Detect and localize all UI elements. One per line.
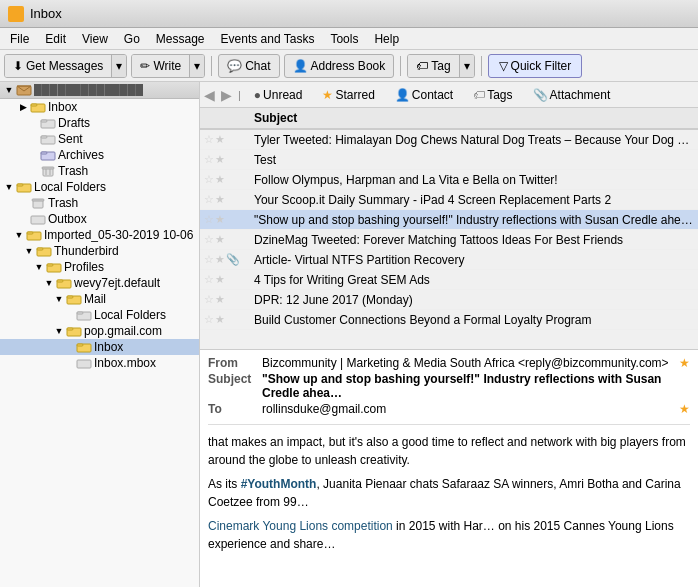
sidebar-item-sent[interactable]: ▶ Sent [0,131,199,147]
sidebar-item-imported[interactable]: ▼ Imported_05-30-2019 10-06 [0,227,199,243]
local-folders-triangle[interactable]: ▼ [4,182,14,192]
svg-rect-35 [77,360,91,368]
sidebar-wevy7ejt-label: wevy7ejt.default [74,276,160,290]
cinemark-link[interactable]: Cinemark Young Lions competition [208,519,393,533]
email-row[interactable]: ☆ ★ 📎 4 Tips for Writing Great SEM Ads [200,270,698,290]
thunderbird-triangle[interactable]: ▼ [24,246,34,256]
email-icons-8: ☆ ★ 📎 [204,273,254,286]
menu-edit[interactable]: Edit [39,30,72,48]
email-row[interactable]: ☆ ★ 📎 Test [200,150,698,170]
unread-filter-btn[interactable]: ● Unread [247,86,310,104]
email-subject-2: Test [254,153,694,167]
sidebar-item-inbox-2[interactable]: ▶ Inbox [0,339,199,355]
preview-text-3: Cinemark Young Lions competition in 2015… [208,517,690,553]
to-star-icon[interactable]: ★ [679,402,690,416]
col-subject-header: Subject [254,111,694,125]
local-folders-icon [16,181,32,193]
email-list: ☆ ★ 📎 Tyler Tweeted: Himalayan Dog Chews… [200,130,698,350]
sidebar-item-pop-gmail[interactable]: ▼ pop.gmail.com [0,323,199,339]
svg-rect-24 [47,264,53,266]
sidebar-item-inbox-mbox[interactable]: ▶ Inbox.mbox [0,355,199,371]
menu-view[interactable]: View [76,30,114,48]
app-icon [8,6,24,22]
pop-gmail-triangle[interactable]: ▼ [54,326,64,336]
back-btn[interactable]: ◀ [204,87,215,103]
sidebar-item-local-folders[interactable]: ▼ Local Folders [0,179,199,195]
flag-3: ★ [215,173,225,186]
from-value: Bizcommunity | Marketing & Media South A… [262,356,671,370]
wevy7ejt-triangle[interactable]: ▼ [44,278,54,288]
star-5[interactable]: ☆ [204,213,214,226]
contact-filter-btn[interactable]: 👤 Contact [388,86,460,104]
menu-help[interactable]: Help [368,30,405,48]
sidebar-local-folders-nested-label: Local Folders [94,308,166,322]
sidebar-item-drafts[interactable]: ▶ Drafts [0,115,199,131]
sidebar-item-local-folders-nested[interactable]: ▶ Local Folders [0,307,199,323]
svg-rect-32 [67,328,73,330]
tag-btn[interactable]: 🏷 Tag ▾ [407,54,474,78]
sidebar-item-outbox[interactable]: ▶ Outbox [0,211,199,227]
star-3[interactable]: ☆ [204,173,214,186]
sidebar-item-local-trash[interactable]: ▶ Trash [0,195,199,211]
starred-filter-btn[interactable]: ★ Starred [315,86,381,104]
sidebar-item-profiles[interactable]: ▼ Profiles [0,259,199,275]
sidebar-thunderbird-label: Thunderbird [54,244,119,258]
sidebar-item-wevy7ejt[interactable]: ▼ wevy7ejt.default [0,275,199,291]
tags-icon: 🏷 [473,88,485,102]
star-10[interactable]: ☆ [204,313,214,326]
email-row[interactable]: ☆ ★ 📎 DPR: 12 June 2017 (Monday) [200,290,698,310]
email-row[interactable]: ☆ ★ 📎 Follow Olympus, Harpman and La Vit… [200,170,698,190]
filter-icon: ▽ [499,59,508,73]
youth-month-tag: #YouthMonth [241,477,317,491]
to-value: rollinsduke@gmail.com [262,402,671,416]
menu-file[interactable]: File [4,30,35,48]
email-row[interactable]: ☆ ★ 📎 "Show up and stop bashing yourself… [200,210,698,230]
email-icons-7: ☆ ★ 📎 [204,253,254,266]
sidebar-item-mail[interactable]: ▼ Mail [0,291,199,307]
flag-1: ★ [215,133,225,146]
address-book-btn[interactable]: 👤 Address Book [284,54,395,78]
star-8[interactable]: ☆ [204,273,214,286]
imported-triangle[interactable]: ▼ [14,230,24,240]
wevy7ejt-icon [56,277,72,289]
pop-gmail-icon [66,325,82,337]
inbox-triangle[interactable]: ▶ [18,102,28,112]
menu-events[interactable]: Events and Tasks [215,30,321,48]
menu-tools[interactable]: Tools [324,30,364,48]
from-star-icon[interactable]: ★ [679,356,690,370]
sidebar-item-trash[interactable]: ▶ Trash [0,163,199,179]
account-icon [16,84,32,96]
email-subject-9: DPR: 12 June 2017 (Monday) [254,293,694,307]
write-btn[interactable]: ✏ Write ▾ [131,54,205,78]
sidebar-item-inbox[interactable]: ▶ Inbox [0,99,199,115]
attachment-filter-btn[interactable]: 📎 Attachment [526,86,618,104]
star-7[interactable]: ☆ [204,253,214,266]
flag-8: ★ [215,273,225,286]
menu-message[interactable]: Message [150,30,211,48]
tags-filter-btn[interactable]: 🏷 Tags [466,86,519,104]
star-4[interactable]: ☆ [204,193,214,206]
email-row[interactable]: ☆ ★ 📎 DzineMag Tweeted: Forever Matching… [200,230,698,250]
star-6[interactable]: ☆ [204,233,214,246]
mail-triangle[interactable]: ▼ [54,294,64,304]
email-row[interactable]: ☆ ★ 📎 Article- Virtual NTFS Partition Re… [200,250,698,270]
flag-4: ★ [215,193,225,206]
star-9[interactable]: ☆ [204,293,214,306]
menu-go[interactable]: Go [118,30,146,48]
forward-btn[interactable]: ▶ [221,87,232,103]
email-row[interactable]: ☆ ★ 📎 Tyler Tweeted: Himalayan Dog Chews… [200,130,698,150]
sidebar-item-thunderbird[interactable]: ▼ Thunderbird [0,243,199,259]
star-1[interactable]: ☆ [204,133,214,146]
star-2[interactable]: ☆ [204,153,214,166]
filter-bar: ◀ ▶ | ● Unread ★ Starred 👤 Contact 🏷 Tag… [200,82,698,108]
quick-filter-btn[interactable]: ▽ Quick Filter [488,54,583,78]
profiles-triangle[interactable]: ▼ [34,262,44,272]
email-row[interactable]: ☆ ★ 📎 Build Customer Connections Beyond … [200,310,698,330]
get-messages-btn[interactable]: ⬇ Get Messages ▾ [4,54,127,78]
sidebar: ▼ ██████████████ ▶ Inbox ▶ Drafts ▶ [0,82,200,587]
collapse-triangle[interactable]: ▼ [4,85,14,95]
account-header[interactable]: ▼ ██████████████ [0,82,199,99]
email-row[interactable]: ☆ ★ 📎 Your Scoop.it Daily Summary - iPad… [200,190,698,210]
chat-btn[interactable]: 💬 Chat [218,54,279,78]
sidebar-item-archives[interactable]: ▶ Archives [0,147,199,163]
